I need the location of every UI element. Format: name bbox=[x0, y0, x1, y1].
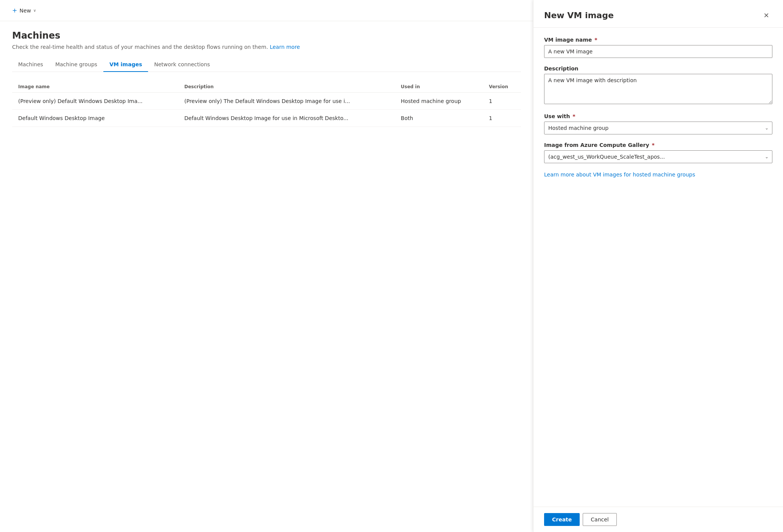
tabs-container: Machines Machine groups VM images Networ… bbox=[12, 58, 521, 72]
info-link-container: Learn more about VM images for hosted ma… bbox=[544, 171, 772, 179]
tab-vm-images[interactable]: VM images bbox=[103, 58, 148, 72]
image-acg-select[interactable]: (acg_west_us_WorkQueue_ScaleTest_apos... bbox=[544, 150, 772, 163]
vm-images-info-link[interactable]: Learn more about VM images for hosted ma… bbox=[544, 172, 695, 178]
page-content: Machines Check the real-time health and … bbox=[0, 21, 533, 532]
row2-used-in: Both bbox=[395, 110, 483, 127]
col-used-in: Used in bbox=[395, 81, 483, 93]
page-subtitle: Check the real-time health and status of… bbox=[12, 44, 521, 50]
top-bar: + New ∨ bbox=[0, 0, 533, 21]
vm-images-table: Image name Description Used in Version (… bbox=[12, 81, 521, 127]
new-button[interactable]: + New ∨ bbox=[9, 5, 39, 16]
col-image-name: Image name bbox=[12, 81, 178, 93]
row2-version: 1 bbox=[483, 110, 521, 127]
close-panel-button[interactable]: ✕ bbox=[760, 9, 772, 21]
page-title: Machines bbox=[12, 30, 521, 41]
row1-version: 1 bbox=[483, 93, 521, 110]
required-star: * bbox=[572, 113, 575, 119]
create-button[interactable]: Create bbox=[544, 513, 580, 526]
description-textarea[interactable]: A new VM image with description bbox=[544, 74, 772, 104]
use-with-label: Use with * bbox=[544, 113, 772, 119]
vm-image-name-input[interactable] bbox=[544, 45, 772, 58]
row2-image-name: Default Windows Desktop Image bbox=[12, 110, 178, 127]
close-icon: ✕ bbox=[763, 11, 769, 19]
row2-description: Default Windows Desktop Image for use in… bbox=[178, 110, 395, 127]
panel-footer: Create Cancel bbox=[533, 507, 783, 532]
use-with-field: Use with * Hosted machine group Both ⌄ bbox=[544, 113, 772, 134]
side-panel: New VM image ✕ VM image name * Descripti… bbox=[533, 0, 783, 532]
use-with-select-wrapper: Hosted machine group Both ⌄ bbox=[544, 122, 772, 134]
vm-image-name-field: VM image name * bbox=[544, 37, 772, 58]
tab-machine-groups[interactable]: Machine groups bbox=[49, 58, 103, 72]
description-field: Description A new VM image with descript… bbox=[544, 66, 772, 106]
row1-used-in: Hosted machine group bbox=[395, 93, 483, 110]
panel-header: New VM image ✕ bbox=[533, 0, 783, 28]
row1-description: (Preview only) The Default Windows Deskt… bbox=[178, 93, 395, 110]
image-acg-label: Image from Azure Compute Gallery * bbox=[544, 142, 772, 148]
required-star: * bbox=[594, 37, 597, 43]
learn-more-link[interactable]: Learn more bbox=[270, 44, 300, 50]
cancel-button[interactable]: Cancel bbox=[583, 513, 616, 526]
required-star: * bbox=[652, 142, 654, 148]
panel-body: VM image name * Description A new VM ima… bbox=[533, 28, 783, 507]
image-acg-select-wrapper: (acg_west_us_WorkQueue_ScaleTest_apos...… bbox=[544, 150, 772, 163]
use-with-select[interactable]: Hosted machine group Both bbox=[544, 122, 772, 134]
vm-image-name-label: VM image name * bbox=[544, 37, 772, 43]
table-row[interactable]: Default Windows Desktop Image Default Wi… bbox=[12, 110, 521, 127]
tab-network-connections[interactable]: Network connections bbox=[148, 58, 216, 72]
description-label: Description bbox=[544, 66, 772, 72]
chevron-down-icon: ∨ bbox=[33, 8, 36, 12]
new-button-label: New bbox=[19, 8, 31, 14]
row1-image-name: (Preview only) Default Windows Desktop I… bbox=[12, 93, 178, 110]
panel-title: New VM image bbox=[544, 11, 614, 20]
table-row[interactable]: (Preview only) Default Windows Desktop I… bbox=[12, 93, 521, 110]
image-acg-field: Image from Azure Compute Gallery * (acg_… bbox=[544, 142, 772, 163]
col-description: Description bbox=[178, 81, 395, 93]
col-version: Version bbox=[483, 81, 521, 93]
plus-icon: + bbox=[12, 7, 17, 14]
tab-machines[interactable]: Machines bbox=[12, 58, 49, 72]
